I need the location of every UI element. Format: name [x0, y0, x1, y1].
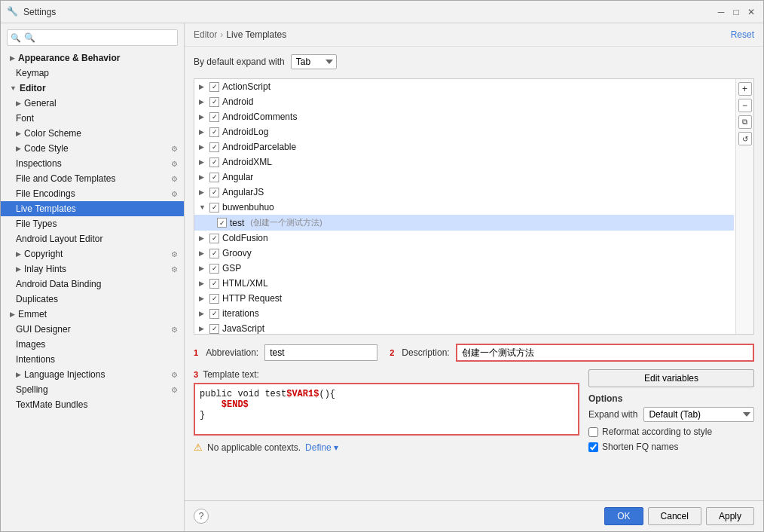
- sidebar-item-language-injections[interactable]: ▶ Language Injections ⚙: [1, 367, 184, 382]
- remove-template-button[interactable]: −: [738, 99, 752, 112]
- main-content: 🔍 ▶ Appearance & Behavior Keymap ▼ Edito…: [1, 23, 763, 531]
- sidebar-item-color-scheme[interactable]: ▶ Color Scheme: [1, 126, 184, 141]
- checkbox-test[interactable]: [217, 218, 227, 228]
- settings-icon: ⚙: [171, 175, 178, 183]
- checkbox-coldfusion[interactable]: [209, 234, 219, 243]
- tree-item-buwenbuhuo[interactable]: ▼ buwenbuhuo: [194, 200, 734, 215]
- expand-with-options-select[interactable]: Default (Tab) Tab Enter Space: [643, 407, 754, 422]
- sidebar-item-images[interactable]: Images: [1, 337, 184, 352]
- shorten-fq-checkbox[interactable]: [588, 442, 598, 452]
- settings-icon: ⚙: [171, 190, 178, 198]
- reformat-checkbox[interactable]: [588, 427, 598, 437]
- arrow-icon: ▶: [199, 325, 206, 332]
- tree-item-androidxml[interactable]: ▶ AndroidXML: [194, 154, 734, 170]
- edit-variables-button[interactable]: Edit variables: [588, 369, 754, 387]
- checkbox-androidlog[interactable]: [209, 127, 219, 137]
- arrow-icon: ▶: [16, 250, 21, 258]
- checkbox-androidxml[interactable]: [209, 157, 219, 167]
- define-link[interactable]: Define ▾: [305, 442, 338, 453]
- template-text-area[interactable]: public void test$VAR1$(){ $END$ }: [194, 383, 579, 436]
- sidebar-item-textmate-bundles[interactable]: TextMate Bundles: [1, 397, 184, 412]
- tree-item-iterations[interactable]: ▶ iterations: [194, 306, 734, 321]
- checkbox-htmlxml[interactable]: [209, 279, 219, 289]
- tree-item-androidcomments[interactable]: ▶ AndroidComments: [194, 109, 734, 124]
- ok-button[interactable]: OK: [604, 507, 643, 525]
- tree-item-test[interactable]: test (创建一个测试方法): [194, 215, 734, 231]
- checkbox-iterations[interactable]: [209, 309, 219, 319]
- expand-with-select[interactable]: Tab Enter Space: [291, 54, 337, 69]
- sidebar-item-emmet[interactable]: ▶ Emmet: [1, 307, 184, 322]
- checkbox-httprequest[interactable]: [209, 294, 219, 304]
- sidebar-item-copyright[interactable]: ▶ Copyright ⚙: [1, 246, 184, 261]
- sidebar-item-label: Spelling: [16, 384, 48, 395]
- sidebar-item-file-code-templates[interactable]: File and Code Templates ⚙: [1, 171, 184, 186]
- sidebar-item-font[interactable]: Font: [1, 111, 184, 126]
- sidebar-item-code-style[interactable]: ▶ Code Style ⚙: [1, 141, 184, 156]
- tree-item-label: GSP: [222, 263, 241, 274]
- sidebar-item-android-data-binding[interactable]: Android Data Binding: [1, 277, 184, 292]
- checkbox-angularjs[interactable]: [209, 188, 219, 197]
- tree-item-httprequest[interactable]: ▶ HTTP Request: [194, 291, 734, 306]
- close-button[interactable]: ✕: [745, 6, 757, 18]
- reformat-checkbox-row: Reformat according to style: [588, 427, 754, 437]
- tree-item-gsp[interactable]: ▶ GSP: [194, 261, 734, 276]
- settings-icon: ⚙: [171, 160, 178, 168]
- tree-item-label: buwenbuhuo: [222, 202, 274, 212]
- sidebar-item-duplicates[interactable]: Duplicates: [1, 292, 184, 307]
- tree-item-javascript[interactable]: ▶ JavaScript: [194, 321, 734, 334]
- sidebar-item-inlay-hints[interactable]: ▶ Inlay Hints ⚙: [1, 261, 184, 277]
- sidebar-item-general[interactable]: ▶ General: [1, 96, 184, 111]
- arrow-icon: ▶: [16, 145, 21, 152]
- sidebar-item-intentions[interactable]: Intentions: [1, 352, 184, 367]
- window-title: Settings: [23, 7, 715, 17]
- add-template-button[interactable]: +: [738, 82, 752, 96]
- tree-item-angularjs[interactable]: ▶ AngularJS: [194, 185, 734, 200]
- help-button[interactable]: ?: [194, 509, 209, 524]
- tree-item-label: AndroidParcelable: [222, 142, 296, 152]
- abbreviation-description-row: 1 Abbreviation: 2 Description:: [194, 344, 754, 362]
- sidebar-item-appearance[interactable]: ▶ Appearance & Behavior: [1, 50, 184, 66]
- tree-item-htmlxml[interactable]: ▶ HTML/XML: [194, 276, 734, 291]
- sidebar-item-gui-designer[interactable]: GUI Designer ⚙: [1, 322, 184, 337]
- tree-item-actionscript[interactable]: ▶ ActionScript: [194, 79, 734, 94]
- tree-item-groovy[interactable]: ▶ Groovy: [194, 246, 734, 261]
- restore-template-button[interactable]: ↺: [738, 132, 752, 145]
- tree-item-label: AndroidComments: [222, 112, 297, 122]
- sidebar-item-label: File Encodings: [16, 188, 75, 199]
- sidebar-item-android-layout-editor[interactable]: Android Layout Editor: [1, 231, 184, 246]
- sidebar-item-label: TextMate Bundles: [16, 399, 87, 410]
- apply-button[interactable]: Apply: [706, 507, 754, 525]
- search-box[interactable]: 🔍: [7, 29, 178, 46]
- search-input[interactable]: [7, 29, 178, 46]
- checkbox-buwenbuhuo[interactable]: [209, 203, 219, 212]
- sidebar-item-file-encodings[interactable]: File Encodings ⚙: [1, 186, 184, 201]
- sidebar-item-spelling[interactable]: Spelling ⚙: [1, 382, 184, 397]
- sidebar-item-editor[interactable]: ▼ Editor: [1, 81, 184, 96]
- sidebar-item-inspections[interactable]: Inspections ⚙: [1, 156, 184, 171]
- sidebar-item-file-types[interactable]: File Types: [1, 216, 184, 231]
- checkbox-gsp[interactable]: [209, 264, 219, 274]
- sidebar-item-keymap[interactable]: Keymap: [1, 66, 184, 81]
- abbreviation-input[interactable]: [264, 344, 377, 361]
- maximize-button[interactable]: □: [730, 6, 742, 18]
- description-input[interactable]: [456, 344, 754, 362]
- sidebar-item-live-templates[interactable]: Live Templates: [1, 201, 184, 216]
- sidebar-item-label: Appearance & Behavior: [18, 53, 120, 63]
- checkbox-groovy[interactable]: [209, 249, 219, 258]
- minimize-button[interactable]: ─: [715, 6, 727, 18]
- tree-item-android[interactable]: ▶ Android: [194, 94, 734, 109]
- checkbox-javascript[interactable]: [209, 324, 219, 334]
- tree-item-androidparcelable[interactable]: ▶ AndroidParcelable: [194, 139, 734, 154]
- tree-scroll[interactable]: ▶ ActionScript ▶ Android ▶: [194, 79, 753, 334]
- reset-button[interactable]: Reset: [731, 29, 754, 40]
- tree-item-angular[interactable]: ▶ Angular: [194, 170, 734, 185]
- tree-item-coldfusion[interactable]: ▶ ColdFusion: [194, 231, 734, 246]
- copy-template-button[interactable]: ⧉: [738, 115, 752, 129]
- checkbox-androidparcelable[interactable]: [209, 142, 219, 152]
- checkbox-androidcomments[interactable]: [209, 112, 219, 122]
- checkbox-android[interactable]: [209, 97, 219, 107]
- checkbox-angular[interactable]: [209, 173, 219, 182]
- checkbox-actionscript[interactable]: [209, 82, 219, 92]
- tree-item-androidlog[interactable]: ▶ AndroidLog: [194, 124, 734, 139]
- cancel-button[interactable]: Cancel: [648, 507, 701, 525]
